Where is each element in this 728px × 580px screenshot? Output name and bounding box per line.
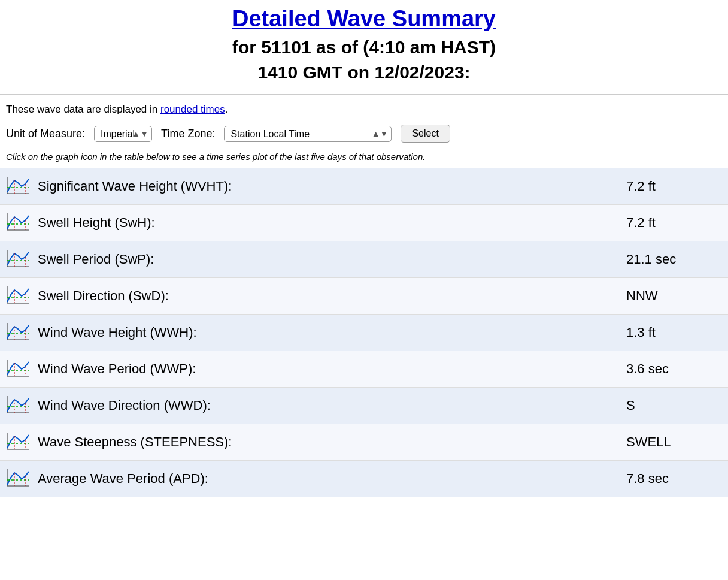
row-value: SWELL bbox=[626, 434, 722, 450]
unit-select-wrapper: Imperial Metric ▲▼ bbox=[94, 126, 152, 142]
graph-icon[interactable] bbox=[6, 247, 33, 271]
rounded-times-text: These wave data are displayed in rounded… bbox=[6, 104, 722, 116]
row-value: NNW bbox=[626, 288, 722, 304]
row-value: 7.2 ft bbox=[626, 179, 722, 194]
row-value: S bbox=[626, 398, 722, 413]
row-label: Swell Period (SwP): bbox=[38, 252, 626, 267]
row-value: 7.2 ft bbox=[626, 215, 722, 231]
subtitle: for 51101 as of (4:10 am HAST) 1410 GMT … bbox=[12, 35, 716, 85]
unit-label: Unit of Measure: bbox=[6, 128, 85, 140]
row-label: Wave Steepness (STEEPNESS): bbox=[38, 434, 626, 450]
row-value: 7.8 sec bbox=[626, 471, 722, 487]
table-row: Wind Wave Direction (WWD): S bbox=[0, 388, 728, 424]
info-section: These wave data are displayed in rounded… bbox=[0, 95, 728, 168]
table-row: Wind Wave Period (WWP): 3.6 sec bbox=[0, 351, 728, 388]
graph-icon[interactable] bbox=[6, 321, 33, 345]
timezone-select[interactable]: Station Local Time GMT bbox=[224, 126, 392, 142]
subtitle-line2: 1410 GMT on 12/02/2023: bbox=[257, 62, 470, 82]
table-row: Swell Period (SwP): 21.1 sec bbox=[0, 241, 728, 278]
graph-icon[interactable] bbox=[6, 174, 33, 198]
subtitle-line1: for 51101 as of (4:10 am HAST) bbox=[232, 37, 496, 57]
unit-select[interactable]: Imperial Metric bbox=[94, 126, 152, 142]
table-row: Wind Wave Height (WWH): 1.3 ft bbox=[0, 315, 728, 351]
graph-icon[interactable] bbox=[6, 284, 33, 308]
select-button[interactable]: Select bbox=[401, 125, 450, 143]
row-label: Swell Height (SwH): bbox=[38, 215, 626, 231]
row-label: Swell Direction (SwD): bbox=[38, 288, 626, 304]
table-row: Swell Direction (SwD): NNW bbox=[0, 278, 728, 315]
graph-icon[interactable] bbox=[6, 467, 33, 491]
rounded-times-suffix: . bbox=[225, 104, 228, 115]
instruction-text: Click on the graph icon in the table bel… bbox=[6, 149, 722, 165]
header-section: Detailed Wave Summary for 51101 as of (4… bbox=[0, 0, 728, 95]
graph-icon[interactable] bbox=[6, 211, 33, 235]
controls-row: Unit of Measure: Imperial Metric ▲▼ Time… bbox=[6, 125, 722, 143]
data-table: Significant Wave Height (WVHT): 7.2 ft S… bbox=[0, 168, 728, 497]
row-label: Wind Wave Direction (WWD): bbox=[38, 398, 626, 413]
timezone-label: Time Zone: bbox=[161, 128, 215, 140]
table-row: Average Wave Period (APD): 7.8 sec bbox=[0, 461, 728, 497]
timezone-select-wrapper: Station Local Time GMT ▲▼ bbox=[224, 126, 392, 142]
row-label: Average Wave Period (APD): bbox=[38, 471, 626, 487]
row-label: Wind Wave Height (WWH): bbox=[38, 325, 626, 340]
graph-icon[interactable] bbox=[6, 430, 33, 454]
table-row: Significant Wave Height (WVHT): 7.2 ft bbox=[0, 168, 728, 205]
row-label: Significant Wave Height (WVHT): bbox=[38, 179, 626, 194]
graph-icon[interactable] bbox=[6, 357, 33, 381]
table-row: Wave Steepness (STEEPNESS): SWELL bbox=[0, 424, 728, 461]
row-value: 3.6 sec bbox=[626, 361, 722, 377]
graph-icon[interactable] bbox=[6, 394, 33, 418]
main-title[interactable]: Detailed Wave Summary bbox=[12, 6, 716, 32]
row-value: 1.3 ft bbox=[626, 325, 722, 340]
rounded-times-link[interactable]: rounded times bbox=[160, 104, 225, 115]
rounded-times-prefix: These wave data are displayed in bbox=[6, 104, 160, 115]
row-label: Wind Wave Period (WWP): bbox=[38, 361, 626, 377]
row-value: 21.1 sec bbox=[626, 252, 722, 267]
table-row: Swell Height (SwH): 7.2 ft bbox=[0, 205, 728, 241]
